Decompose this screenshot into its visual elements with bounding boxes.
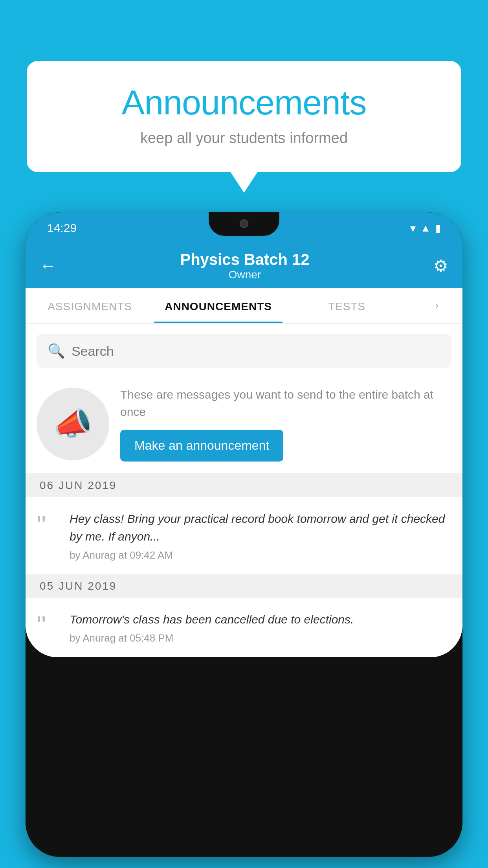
date-divider-text-1: 06 JUN 2019 — [40, 479, 117, 492]
header-title: Physics Batch 12 — [56, 251, 433, 268]
phone-content: 🔍 📣 These are messages you want to send … — [26, 324, 462, 657]
announcement-item-2[interactable]: " Tomorrow's class has been cancelled du… — [26, 598, 462, 657]
header-center: Physics Batch 12 Owner — [56, 251, 433, 281]
announcement-text-1: Hey class! Bring your practical record b… — [70, 510, 451, 545]
announce-promo-right: These are messages you want to send to t… — [120, 386, 451, 462]
announcement-meta-2: by Anurag at 05:48 PM — [70, 632, 451, 644]
quote-icon-1: " — [37, 511, 60, 538]
search-input[interactable] — [72, 344, 440, 359]
battery-icon: ▮ — [435, 222, 441, 234]
bubble-subtitle: keep all your students informed — [50, 130, 438, 147]
announce-avatar: 📣 — [37, 388, 109, 460]
make-announcement-button[interactable]: Make an announcement — [120, 430, 283, 462]
announcement-item-1[interactable]: " Hey class! Bring your practical record… — [26, 497, 462, 574]
app-header: ← Physics Batch 12 Owner ⚙ — [26, 244, 462, 288]
header-subtitle: Owner — [56, 268, 433, 281]
search-icon: 🔍 — [48, 343, 65, 359]
bubble-title: Announcements — [50, 83, 438, 123]
signal-icon: ▲ — [420, 222, 431, 234]
tab-announcements[interactable]: ANNOUNCEMENTS — [154, 288, 283, 323]
date-divider-text-2: 05 JUN 2019 — [40, 580, 117, 592]
megaphone-icon: 📣 — [53, 405, 93, 442]
tabs-more-button[interactable]: › — [411, 288, 462, 323]
status-time: 14:29 — [47, 221, 77, 235]
phone-notch — [209, 212, 279, 236]
tab-assignments[interactable]: ASSIGNMENTS — [26, 288, 154, 323]
announcement-meta-1: by Anurag at 09:42 AM — [70, 549, 451, 561]
date-divider-2: 05 JUN 2019 — [26, 574, 462, 598]
speech-bubble: Announcements keep all your students inf… — [27, 61, 461, 172]
settings-icon[interactable]: ⚙ — [433, 256, 448, 276]
announcement-content-1: Hey class! Bring your practical record b… — [70, 510, 451, 561]
announcement-text-2: Tomorrow's class has been cancelled due … — [70, 611, 451, 628]
announcement-content-2: Tomorrow's class has been cancelled due … — [70, 611, 451, 644]
quote-icon-2: " — [37, 612, 60, 639]
search-bar[interactable]: 🔍 — [37, 334, 451, 368]
phone-wrapper: 14:29 ▾ ▲ ▮ ← Physics Batch 12 Owner ⚙ A… — [26, 212, 462, 868]
back-button[interactable]: ← — [40, 256, 56, 275]
status-icons: ▾ ▲ ▮ — [410, 222, 441, 235]
front-camera — [240, 219, 248, 228]
announce-promo-description: These are messages you want to send to t… — [120, 386, 451, 420]
phone-device: 14:29 ▾ ▲ ▮ ← Physics Batch 12 Owner ⚙ A… — [26, 212, 462, 857]
date-divider-1: 06 JUN 2019 — [26, 474, 462, 497]
speech-bubble-section: Announcements keep all your students inf… — [27, 61, 461, 172]
phone-screen: 🔍 📣 These are messages you want to send … — [26, 324, 462, 657]
tabs-bar: ASSIGNMENTS ANNOUNCEMENTS TESTS › — [26, 288, 462, 324]
announce-promo-section: 📣 These are messages you want to send to… — [26, 378, 462, 474]
wifi-icon: ▾ — [410, 222, 416, 235]
tab-tests[interactable]: TESTS — [283, 288, 411, 323]
status-bar: 14:29 ▾ ▲ ▮ — [26, 212, 462, 244]
